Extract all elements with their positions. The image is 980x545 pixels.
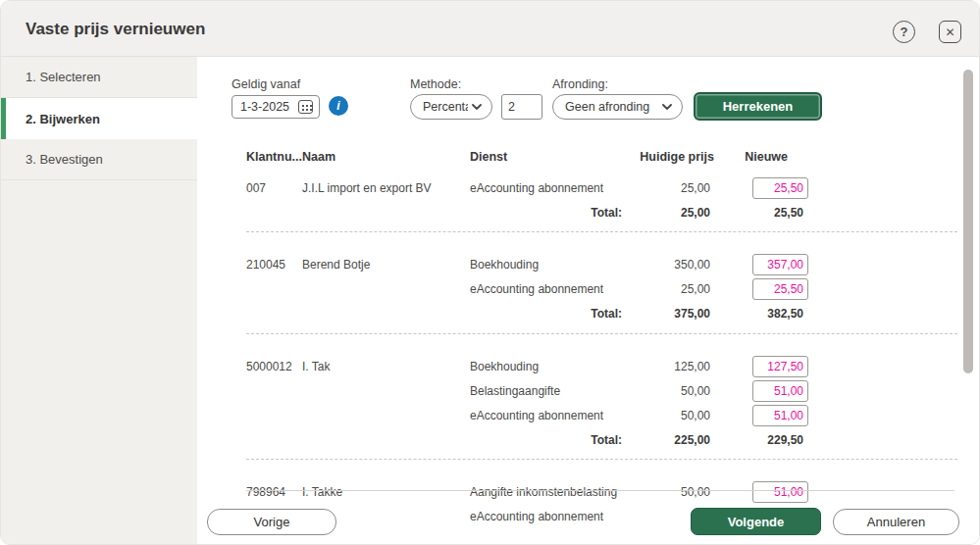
cell-huidige-prijs: 350,00 — [622, 258, 714, 272]
dialog-header: Vaste prijs vernieuwen ? ✕ — [1, 1, 979, 57]
customer-group: 210045 Berend Botje Boekhouding 350,00 e… — [246, 232, 957, 334]
cell-huidige-prijs: 50,00 — [622, 409, 714, 422]
nieuwe-prijs-input[interactable] — [752, 481, 808, 503]
step-bijwerken[interactable]: 2. Bijwerken — [1, 98, 197, 139]
table-row: eAccounting abonnement 50,00 — [246, 403, 957, 427]
total-huidige: 25,00 — [622, 206, 714, 220]
wizard-steps-sidebar: 1. Selecteren 2. Bijwerken 3. Bevestigen — [1, 57, 197, 545]
nieuwe-prijs-input[interactable] — [752, 380, 808, 402]
vaste-prijs-dialog: Vaste prijs vernieuwen ? ✕ 1. Selecteren… — [0, 0, 980, 545]
cell-dienst: eAccounting abonnement — [470, 409, 622, 422]
nieuwe-prijs-input[interactable] — [752, 405, 808, 426]
nieuwe-prijs-input[interactable] — [752, 356, 808, 377]
total-row: Total: 225,00 229,50 — [246, 427, 957, 452]
table-row: 5000012 I. Tak Boekhouding 125,00 — [246, 354, 957, 378]
date-value: 1-3-2025 — [240, 100, 289, 114]
cell-klantnummer: 798964 — [246, 485, 302, 499]
cell-huidige-prijs: 125,00 — [622, 360, 714, 373]
vorige-button[interactable]: Vorige — [207, 509, 336, 535]
annuleren-button[interactable]: Annuleren — [833, 509, 959, 535]
chevron-down-icon — [472, 104, 482, 111]
cell-klantnummer: 210045 — [246, 258, 302, 272]
methode-value: Percentage — [423, 100, 468, 114]
nieuwe-prijs-input[interactable] — [752, 177, 808, 199]
header-huidige-prijs: Huidige prijs — [622, 150, 714, 164]
total-label: Total: — [470, 307, 622, 321]
nieuwe-prijs-input[interactable] — [752, 254, 808, 275]
cell-naam: I. Tak — [302, 360, 470, 373]
header-klantnummer: Klantnu... — [246, 150, 302, 164]
table-row: 210045 Berend Botje Boekhouding 350,00 — [246, 252, 957, 276]
afronding-select[interactable]: Geen afronding — [552, 94, 683, 120]
geldig-vanaf-label: Geldig vanaf — [232, 77, 300, 91]
total-label: Total: — [470, 206, 622, 220]
cell-huidige-prijs: 50,00 — [622, 485, 714, 499]
help-icon[interactable]: ? — [893, 21, 915, 43]
cell-dienst: Belastingaangifte — [470, 384, 622, 398]
close-icon[interactable]: ✕ — [939, 21, 961, 43]
cell-dienst: eAccounting abonnement — [470, 282, 622, 296]
table-row: Belastingaangifte 50,00 — [246, 378, 957, 403]
cell-huidige-prijs: 25,00 — [622, 181, 714, 195]
cell-klantnummer: 5000012 — [246, 360, 302, 373]
methode-select[interactable]: Percentage — [410, 94, 492, 120]
cell-huidige-prijs: 50,00 — [622, 384, 714, 398]
step-bevestigen[interactable]: 3. Bevestigen — [1, 139, 197, 180]
table-header-row: Klantnu... Naam Dienst Huidige prijs Nie… — [246, 143, 957, 163]
total-row: Total: 25,00 25,50 — [246, 200, 957, 224]
header-naam: Naam — [302, 150, 470, 164]
methode-label: Methode: — [410, 77, 461, 91]
chevron-down-icon — [662, 104, 672, 111]
cell-dienst: Boekhouding — [470, 360, 622, 373]
cell-dienst: Aangifte inkomstenbelasting — [470, 485, 622, 499]
volgende-button[interactable]: Volgende — [691, 508, 821, 535]
total-nieuwe: 25,50 — [714, 206, 808, 220]
cell-naam: I. Takke — [302, 485, 470, 499]
percentage-input[interactable] — [501, 94, 542, 120]
table-row: eAccounting abonnement 25,00 — [246, 276, 957, 301]
cell-huidige-prijs: 25,00 — [622, 282, 714, 296]
header-dienst: Dienst — [470, 150, 622, 164]
cell-dienst: eAccounting abonnement — [470, 181, 622, 195]
total-nieuwe: 382,50 — [714, 307, 808, 321]
total-nieuwe: 229,50 — [714, 433, 808, 447]
herrekenen-button[interactable]: Herrekenen — [694, 92, 822, 121]
geldig-vanaf-date-field[interactable]: 1-3-2025 — [232, 95, 320, 119]
page-title: Vaste prijs vernieuwen — [26, 20, 205, 39]
scrollbar-thumb[interactable] — [963, 70, 973, 373]
divider — [246, 490, 954, 491]
table-row: 798964 I. Takke Aangifte inkomstenbelast… — [246, 479, 957, 504]
afronding-value: Geen afronding — [565, 100, 649, 114]
step-selecteren[interactable]: 1. Selecteren — [1, 57, 197, 98]
afronding-label: Afronding: — [552, 77, 608, 91]
total-label: Total: — [470, 433, 622, 447]
info-icon[interactable]: i — [329, 96, 348, 116]
nieuwe-prijs-input[interactable] — [752, 278, 808, 300]
cell-dienst: eAccounting abonnement — [470, 510, 622, 523]
total-huidige: 375,00 — [622, 307, 714, 321]
cell-klantnummer: 007 — [246, 181, 302, 195]
cell-naam: J.I.L import en export BV — [302, 181, 470, 195]
content-panel: Geldig vanaf 1-3-2025 i Methode: Percent… — [197, 57, 979, 545]
header-nieuwe: Nieuwe — [714, 150, 808, 164]
calendar-icon[interactable] — [298, 100, 313, 114]
customer-group: 007 J.I.L import en export BV eAccountin… — [246, 175, 957, 232]
cell-dienst: Boekhouding — [470, 258, 622, 272]
total-row: Total: 375,00 382,50 — [246, 301, 957, 325]
cell-naam: Berend Botje — [302, 258, 470, 272]
customer-group: 5000012 I. Tak Boekhouding 125,00 Belast… — [246, 334, 957, 460]
table-row: 007 J.I.L import en export BV eAccountin… — [246, 175, 957, 200]
prices-table: Klantnu... Naam Dienst Huidige prijs Nie… — [197, 143, 957, 528]
total-huidige: 225,00 — [622, 433, 714, 447]
